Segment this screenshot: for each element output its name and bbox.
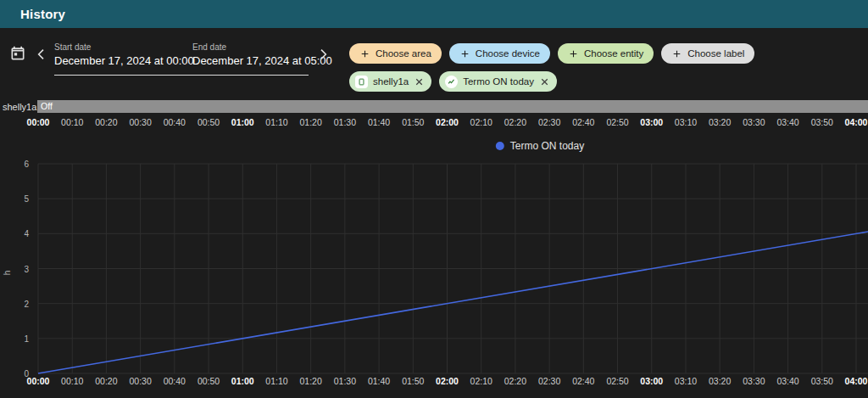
y-tick: 5 [0, 194, 29, 204]
time-tick: 00:30 [129, 376, 151, 386]
time-tick: 02:40 [572, 117, 594, 127]
time-tick: 04:00 [845, 376, 868, 386]
filter-chip-row: Choose areaChoose deviceChoose entityCho… [349, 43, 754, 64]
y-tick: 4 [0, 229, 29, 238]
close-icon[interactable] [414, 76, 425, 87]
chip-label: shelly1a [373, 76, 409, 87]
time-tick: 01:00 [231, 376, 254, 386]
active-filter-shelly1a[interactable]: shelly1a [349, 71, 431, 92]
time-tick: 03:10 [675, 376, 697, 386]
plus-icon [671, 48, 682, 59]
chart-legend[interactable]: Termo ON today [496, 140, 584, 152]
end-date-label: End date [192, 42, 332, 53]
y-tick: 0 [0, 369, 29, 378]
time-tick: 03:30 [743, 376, 765, 386]
legend-dot [496, 142, 504, 150]
calendar-icon [9, 45, 26, 62]
active-filter-row: shelly1aTermo ON today [349, 71, 557, 92]
time-tick: 01:20 [300, 376, 322, 386]
time-tick: 01:10 [265, 117, 287, 127]
time-tick: 03:20 [709, 376, 731, 386]
next-period-button[interactable] [315, 47, 331, 62]
time-tick: 01:40 [368, 117, 390, 127]
end-date-field[interactable]: End date December 17, 2024 at 05:00 [192, 42, 332, 67]
time-tick: 00:50 [198, 117, 220, 127]
time-tick: 01:10 [265, 376, 287, 386]
time-tick: 02:30 [538, 117, 560, 127]
chip-label: Termo ON today [463, 76, 534, 87]
choose-entity-button[interactable]: Choose entity [558, 43, 654, 64]
time-tick: 01:30 [334, 117, 356, 127]
time-tick: 03:50 [811, 117, 833, 127]
time-tick: 02:10 [470, 117, 492, 127]
chip-label: Choose device [476, 48, 540, 59]
plus-icon [359, 48, 370, 59]
timeline-entity-label: shelly1a [3, 102, 36, 112]
close-icon[interactable] [539, 76, 550, 87]
time-tick: 00:10 [61, 376, 83, 386]
time-tick: 00:40 [164, 376, 186, 386]
y-tick: 1 [0, 334, 29, 343]
y-tick: 6 [0, 160, 29, 169]
device-icon [355, 76, 368, 88]
page-title: History [20, 7, 65, 21]
time-tick: 00:20 [95, 376, 117, 386]
time-tick: 01:50 [402, 117, 424, 127]
time-tick: 01:00 [231, 117, 254, 127]
time-tick: 00:30 [129, 117, 151, 127]
time-tick: 03:50 [811, 376, 833, 386]
chip-label: Choose label [687, 48, 744, 59]
time-tick: 03:40 [776, 376, 798, 386]
time-tick: 00:40 [164, 117, 186, 127]
choose-device-button[interactable]: Choose device [449, 43, 550, 64]
chart-line-icon [445, 76, 458, 88]
choose-area-button[interactable]: Choose area [349, 43, 442, 64]
time-tick: 02:50 [606, 376, 628, 386]
time-tick: 02:50 [606, 117, 628, 127]
timeline-state-label: Off [37, 100, 53, 113]
time-tick: 02:00 [436, 376, 459, 386]
time-tick: 01:30 [334, 376, 356, 386]
time-tick: 03:20 [709, 117, 731, 127]
start-date-field[interactable]: Start date December 17, 2024 at 00:00 [54, 42, 192, 67]
choose-label-button[interactable]: Choose label [661, 43, 754, 64]
timeline-time-axis: 00:0000:1000:2000:3000:4000:5001:0001:10… [0, 117, 868, 129]
time-tick: 01:20 [300, 117, 322, 127]
active-filter-termo-on-today[interactable]: Termo ON today [439, 71, 557, 92]
y-tick: 2 [0, 299, 29, 308]
time-tick: 02:10 [470, 376, 492, 386]
plus-icon [568, 48, 579, 59]
app-header: History [0, 0, 868, 28]
time-tick: 00:20 [95, 117, 117, 127]
legend-label: Termo ON today [510, 140, 584, 152]
plus-icon [459, 48, 470, 59]
time-tick: 03:30 [743, 117, 765, 127]
time-tick: 00:00 [27, 376, 50, 386]
time-tick: 01:50 [402, 376, 424, 386]
time-tick: 00:10 [61, 117, 83, 127]
time-tick: 03:40 [776, 117, 798, 127]
start-date-value: December 17, 2024 at 00:00 [54, 54, 192, 67]
time-tick: 03:00 [640, 376, 663, 386]
chip-label: Choose entity [584, 48, 643, 59]
time-tick: 01:40 [368, 376, 390, 386]
end-date-value: December 17, 2024 at 05:00 [192, 54, 332, 67]
history-chart[interactable]: Termo ON today 0123456 h 00:0000:1000:20… [0, 136, 868, 398]
time-tick: 04:00 [845, 117, 868, 127]
start-date-label: Start date [54, 42, 192, 53]
previous-period-button[interactable] [34, 47, 49, 62]
date-range-picker[interactable]: Start date December 17, 2024 at 00:00 En… [54, 42, 309, 76]
chevron-right-icon [316, 48, 330, 61]
timeline-state-bar[interactable]: Off [37, 100, 868, 113]
calendar-button[interactable] [7, 42, 29, 64]
time-tick: 02:20 [504, 376, 526, 386]
y-axis-title: h [3, 271, 12, 276]
time-tick: 02:30 [538, 376, 560, 386]
chart-canvas[interactable] [0, 136, 868, 398]
time-tick: 02:40 [572, 376, 594, 386]
time-tick: 02:20 [504, 117, 526, 127]
time-tick: 03:00 [640, 117, 663, 127]
time-tick: 03:10 [675, 117, 697, 127]
time-tick: 00:00 [27, 117, 50, 127]
chevron-left-icon [35, 48, 48, 61]
